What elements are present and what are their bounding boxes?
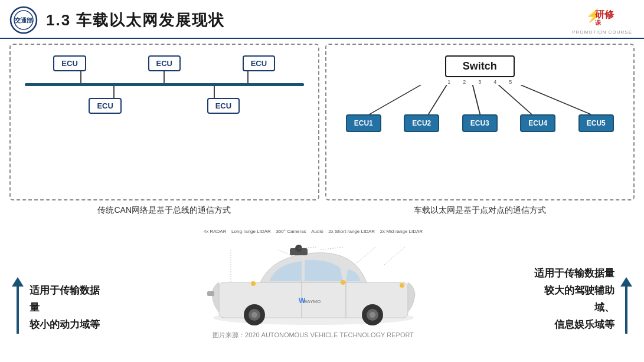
sensor-labels: 4x RADAR Long-range LIDAR 360° Cameras A… [201, 229, 426, 234]
svg-text:交通部: 交通部 [15, 17, 32, 24]
port-2: 2 [463, 79, 466, 85]
center-car-section: 4x RADAR Long-range LIDAR 360° Cameras A… [100, 216, 526, 345]
up-arrow-right-icon [620, 277, 632, 287]
ecu5: ECU5 [578, 114, 614, 132]
arrow-line-right [625, 287, 627, 334]
svg-point-27 [341, 280, 345, 285]
eth-diagram-box: Switch 1 2 3 4 5 [325, 44, 635, 200]
svg-text:研修: 研修 [594, 9, 614, 19]
brand-sub-text: PROMOTION COURSE [572, 29, 632, 35]
bottom-section: 适用于传输数据量 较小的动力域等 4x RADAR Long-range LID… [0, 216, 644, 345]
svg-line-8 [472, 85, 480, 114]
label-audio: Audio [311, 229, 323, 234]
source-citation: 图片来源：2020 AUTONOMOUS VEHICLE TECHNOLOGY … [213, 331, 414, 340]
svg-point-26 [251, 281, 256, 286]
bottom-right-text: 适用于传输数据量 较大的驾驶辅助域、 信息娱乐域等 [526, 265, 614, 334]
car-illustration: W WAYMO [201, 235, 426, 330]
right-section: 适用于传输数据量 较大的驾驶辅助域、 信息娱乐域等 [526, 216, 644, 345]
label-cameras: 360° Cameras [276, 229, 306, 234]
can-caption: 传统CAN网络是基于总线的通信方式 [9, 205, 319, 216]
ecu-top-right: ECU [243, 55, 275, 71]
svg-text:WAYMO: WAYMO [303, 299, 321, 304]
label-radar: 4x RADAR [204, 229, 227, 234]
ecu3: ECU3 [462, 114, 498, 132]
eth-caption: 车载以太网是基于点对点的通信方式 [325, 205, 635, 216]
port-4: 4 [493, 79, 496, 85]
header: 交通部 1.3 车载以太网发展现状 ⚡ 研修 课 PROMOTION COURS… [0, 0, 644, 39]
svg-line-34 [384, 247, 405, 265]
diagrams-row: ECU ECU ECU [0, 39, 644, 216]
arrow-line-left [17, 287, 19, 334]
svg-line-32 [319, 247, 343, 250]
ecu-top-left: ECU [53, 55, 86, 71]
svg-line-6 [369, 85, 421, 114]
ecu1: ECU1 [346, 114, 381, 132]
eth-diagram-section: Switch 1 2 3 4 5 [325, 44, 635, 216]
svg-point-20 [370, 312, 375, 318]
svg-point-17 [251, 312, 257, 318]
svg-line-10 [521, 85, 591, 114]
header-logo: 交通部 [9, 6, 38, 34]
content-area: ECU ECU ECU [0, 39, 644, 362]
brand-logo: ⚡ 研修 课 PROMOTION COURSE [572, 5, 632, 35]
car-svg: W WAYMO [201, 235, 426, 327]
right-arrow-container [620, 277, 632, 334]
svg-line-9 [498, 85, 531, 114]
svg-line-7 [428, 85, 446, 114]
ecu-top-mid: ECU [148, 55, 181, 71]
svg-text:课: 课 [595, 19, 601, 26]
port-5: 5 [509, 79, 512, 85]
svg-point-28 [400, 283, 404, 288]
svg-rect-25 [207, 291, 214, 296]
label-short-lidar: 2x Short-range LIDAR [328, 229, 375, 234]
ecu2: ECU2 [404, 114, 439, 132]
label-mid-lidar: 2x Mid-range LIDAR [380, 229, 423, 234]
ecu-bot-right: ECU [207, 98, 240, 114]
page-container: 交通部 1.3 车载以太网发展现状 ⚡ 研修 课 PROMOTION COURS… [0, 0, 644, 362]
port-3: 3 [478, 79, 481, 85]
can-diagram-section: ECU ECU ECU [9, 44, 319, 216]
left-arrow-container [12, 259, 24, 334]
can-diagram-box: ECU ECU ECU [9, 44, 319, 200]
ecu4: ECU4 [520, 114, 555, 132]
ecu-bot-left: ECU [89, 98, 121, 114]
port-1: 1 [447, 79, 450, 85]
bottom-left-text: 适用于传输数据量 较小的动力域等 [30, 282, 100, 334]
svg-line-33 [355, 247, 375, 265]
switch-box: Switch [445, 55, 515, 77]
label-lidar: Long-range LIDAR [231, 229, 271, 234]
page-title: 1.3 车载以太网发展现状 [46, 10, 225, 31]
up-arrow-icon [12, 277, 24, 287]
